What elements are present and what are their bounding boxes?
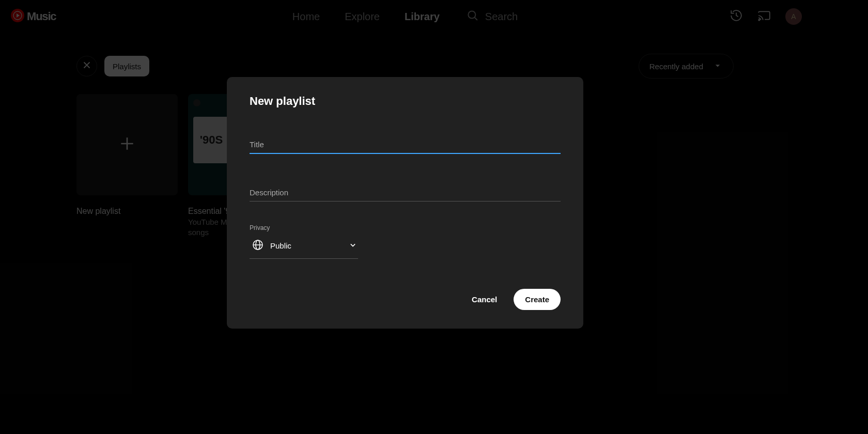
chevron-down-icon bbox=[348, 240, 358, 252]
privacy-label: Privacy bbox=[250, 224, 561, 231]
title-input[interactable] bbox=[250, 138, 561, 154]
dialog-actions: Cancel Create bbox=[250, 289, 561, 310]
privacy-value: Public bbox=[270, 241, 342, 250]
globe-icon bbox=[252, 239, 264, 253]
create-button[interactable]: Create bbox=[514, 289, 561, 310]
dialog-title: New playlist bbox=[250, 95, 561, 108]
description-field bbox=[250, 186, 561, 202]
modal-scrim[interactable]: New playlist Privacy Pub bbox=[0, 0, 810, 405]
new-playlist-dialog: New playlist Privacy Pub bbox=[227, 77, 583, 329]
cancel-button[interactable]: Cancel bbox=[462, 290, 506, 309]
privacy-block: Privacy Public bbox=[250, 224, 561, 259]
title-field bbox=[250, 138, 561, 154]
description-input[interactable] bbox=[250, 186, 561, 202]
privacy-select[interactable]: Public bbox=[250, 236, 358, 259]
